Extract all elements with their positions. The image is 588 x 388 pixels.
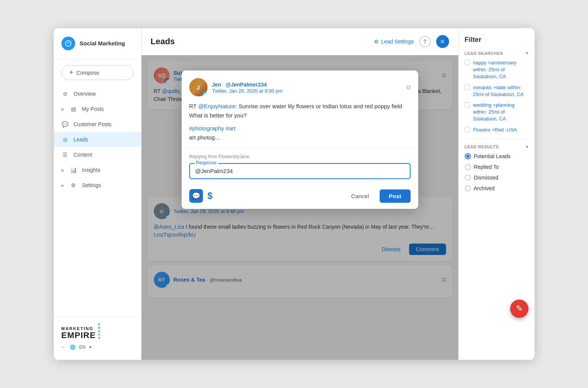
filter-search-item-4[interactable]: Flowers +Red -USA [465, 127, 528, 133]
filter-checkbox-4[interactable] [465, 127, 470, 132]
response-input[interactable] [195, 168, 404, 174]
lead-settings-button[interactable]: ⚙ Lead Settings [374, 38, 414, 45]
app-window: Social Marketing + Compose ⊘ Overview ▶ … [54, 28, 535, 360]
globe-icon: 🌐 [70, 345, 76, 350]
help-button[interactable]: ? [419, 36, 431, 47]
chat-icon: 💬 [192, 192, 200, 200]
document-icon: ▤ [70, 105, 77, 113]
compose-button[interactable]: + Compose [61, 65, 134, 80]
svg-point-0 [65, 41, 71, 46]
page-title: Leads [151, 37, 374, 46]
filter-checkbox-2[interactable] [465, 85, 470, 90]
radio-outer-replied [465, 164, 471, 170]
footer-bottom: ← 🌐 EN ▾ [61, 345, 134, 350]
posts-area: SQ SuzyQ · @SusanQuintal Twitter, Jan 29… [142, 55, 458, 360]
modal-username: Jen · @JenPalmer234 [212, 81, 402, 88]
sidebar-item-content[interactable]: ☰ Content [54, 147, 141, 162]
chat-icon: 💬 [61, 120, 69, 128]
fab-edit-button[interactable]: ✎ [510, 300, 528, 318]
response-field-wrapper: Response [189, 163, 411, 179]
twitter-badge [202, 91, 208, 96]
brand-logo: MARKETING EMPIRE [61, 326, 96, 340]
chat-bubble-button[interactable]: 💬 [189, 189, 203, 203]
sidebar-item-insights[interactable]: ▶ 📊 Insights [54, 162, 141, 178]
filter-radio-label-archived: Archived [474, 185, 495, 191]
filter-search-item-3[interactable]: wedding +planning within: 25mi of Saskat… [465, 102, 528, 123]
dollar-button[interactable]: $ [208, 191, 213, 201]
sidebar-item-my-posts[interactable]: ▶ ▤ My Posts [54, 101, 141, 117]
filter-checkbox-3[interactable] [465, 102, 470, 107]
plus-icon: + [69, 69, 74, 77]
radio-outer-dismissed [465, 175, 471, 181]
filter-search-label-1[interactable]: happy +anniversary within: 25mi of Saska… [473, 59, 528, 80]
replying-from-label: Replying from FlowersbyJane [189, 154, 411, 159]
expand-icon: ▶ [61, 168, 64, 172]
filter-lead-results-header[interactable]: LEAD RESULTS ▾ [465, 144, 528, 149]
language-label[interactable]: EN [79, 345, 86, 350]
main-content: Leads ⚙ Lead Settings ? ≡ SQ [142, 28, 458, 360]
filter-search-label-3[interactable]: wedding +planning within: 25mi of Saskat… [473, 102, 528, 123]
back-icon[interactable]: ← [61, 345, 66, 350]
modal-external-icon[interactable]: ⧉ [406, 84, 411, 91]
modal-user-info: Jen · @JenPalmer234 Twitter, Jan 29, 202… [212, 81, 402, 94]
filter-radio-label-dismissed: Dismissed [474, 175, 499, 181]
gear-icon: ⚙ [70, 181, 77, 189]
question-icon: ? [424, 38, 427, 45]
filter-search-item-1[interactable]: happy +anniversary within: 25mi of Saska… [465, 59, 528, 80]
filter-radio-dismissed[interactable]: Dismissed [465, 175, 528, 181]
cancel-button[interactable]: Cancel [345, 190, 375, 202]
filter-radio-label-replied: Replied To [474, 164, 499, 170]
sidebar: Social Marketing + Compose ⊘ Overview ▶ … [54, 28, 142, 360]
sidebar-item-label: Overview [74, 91, 96, 97]
expand-icon: ▶ [61, 183, 64, 188]
modal-footer: 💬 $ Cancel Post [182, 184, 418, 209]
filter-radio-potential[interactable]: Potential Leads [465, 153, 528, 159]
sidebar-item-overview[interactable]: ⊘ Overview [54, 86, 141, 101]
rss-icon: ☰ [61, 151, 69, 159]
sidebar-nav: ⊘ Overview ▶ ▤ My Posts 💬 Customer Posts… [54, 86, 141, 317]
response-label: Response [195, 160, 218, 165]
chart-icon: 📊 [70, 166, 77, 174]
app-title: Social Marketing [80, 40, 125, 47]
filter-search-label-2[interactable]: romantic +date within: 25mi of Saskatoon… [473, 84, 528, 98]
modal-post-header: J Jen · @JenPalmer234 Twitter, Ja [182, 71, 418, 102]
modal-username-text: Jen [212, 82, 221, 88]
filter-radio-replied[interactable]: Replied To [465, 164, 528, 170]
gear-settings-icon: ⚙ [374, 38, 379, 45]
filter-title: Filter [465, 36, 528, 44]
avatar-jen: J [189, 78, 208, 96]
expand-icon: ▶ [61, 107, 64, 111]
compose-label: Compose [76, 70, 99, 76]
filter-search-label-4[interactable]: Flowers +Red -USA [473, 127, 517, 133]
lead-results-label: LEAD RESULTS [465, 144, 499, 149]
filter-panel: Filter LEAD SEARCHES ▾ happy +anniversar… [458, 28, 535, 360]
sidebar-header: Social Marketing [54, 28, 141, 59]
app-logo-icon [61, 37, 75, 50]
compass-icon: ⊘ [61, 90, 69, 98]
sidebar-item-customer-posts[interactable]: 💬 Customer Posts [54, 117, 141, 132]
filter-radio-archived[interactable]: Archived [465, 185, 528, 191]
chevron-down-icon: ▾ [526, 51, 528, 56]
sidebar-item-settings[interactable]: ▶ ⚙ Settings [54, 178, 141, 193]
modal-overlay: J Jen · @JenPalmer234 Twitter, Ja [142, 55, 458, 360]
filter-divider [465, 139, 528, 139]
filter-radio-group: Potential Leads Replied To Dismissed Arc… [465, 153, 528, 191]
filter-radio-label-potential: Potential Leads [474, 153, 511, 159]
sidebar-item-label: Settings [82, 182, 101, 188]
sidebar-footer: MARKETING EMPIRE GROUP ← 🌐 EN ▾ [54, 317, 141, 356]
filter-search-item-2[interactable]: romantic +date within: 25mi of Saskatoon… [465, 84, 528, 98]
filter-checkbox-1[interactable] [465, 60, 470, 65]
sidebar-item-label: Customer Posts [74, 121, 112, 127]
sidebar-item-leads[interactable]: ◎ Leads [54, 132, 141, 147]
filter-lead-searches-header[interactable]: LEAD SEARCHES ▾ [465, 51, 528, 56]
filter-button[interactable]: ≡ [436, 35, 449, 48]
chevron-down-icon: ▾ [89, 345, 92, 350]
main-header: Leads ⚙ Lead Settings ? ≡ [142, 28, 458, 55]
sidebar-item-label: Insights [82, 167, 100, 173]
radio-outer-potential [465, 153, 471, 159]
post-button[interactable]: Post [380, 189, 411, 203]
modal-reply-section: Replying from FlowersbyJane Response [182, 148, 418, 184]
sidebar-item-label: Content [74, 152, 92, 158]
radio-outer-archived [465, 185, 471, 191]
header-actions: ⚙ Lead Settings ? ≡ [374, 35, 449, 48]
